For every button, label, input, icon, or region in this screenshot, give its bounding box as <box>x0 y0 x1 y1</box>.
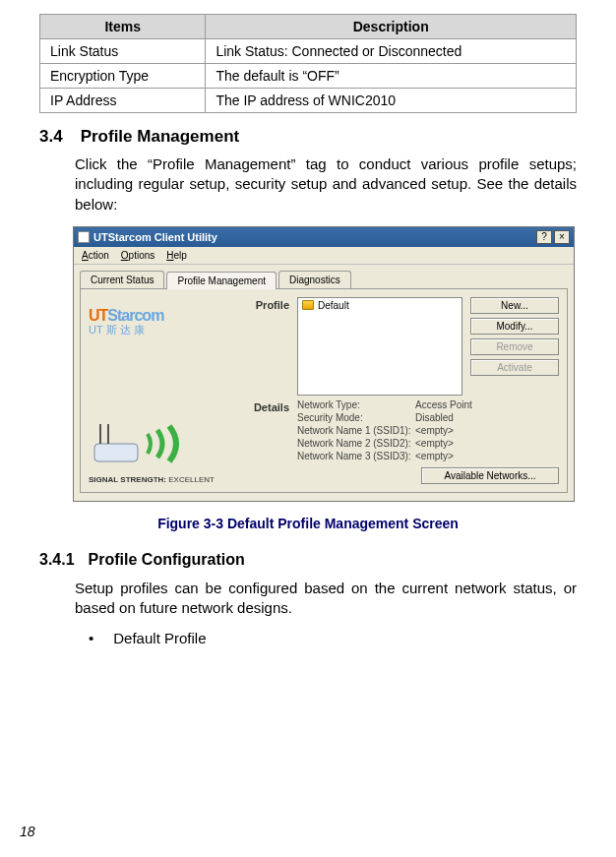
close-button[interactable]: × <box>554 230 570 244</box>
tab-content: UTStarcom UT 斯 达 康 SIGN <box>80 288 568 493</box>
menu-options[interactable]: Options <box>121 250 154 261</box>
detail-ssid3-label: Network Name 3 (SSID3): <box>297 451 415 461</box>
cell-item: IP Address <box>40 89 206 113</box>
logo: UTStarcom UT 斯 达 康 <box>89 307 236 337</box>
section-heading-3-4: 3.4Profile Management <box>39 127 577 147</box>
bullet-list: Default Profile <box>89 630 577 646</box>
profile-name: Default <box>318 300 349 311</box>
tab-bar: Current Status Profile Management Diagno… <box>74 265 574 288</box>
cell-item: Encryption Type <box>40 64 206 89</box>
titlebar: UTStarcom Client Utility ? × <box>74 227 574 247</box>
help-button[interactable]: ? <box>536 230 552 244</box>
app-icon <box>78 231 90 243</box>
profile-listbox[interactable]: Default <box>297 297 462 396</box>
page-number: 18 <box>20 824 35 839</box>
table-header-description: Description <box>206 15 577 39</box>
table-row: Encryption Type The default is “OFF” <box>40 64 577 89</box>
cell-desc: The default is “OFF” <box>206 64 577 89</box>
detail-nt-value: Access Point <box>415 399 504 410</box>
figure-screenshot: UTStarcom Client Utility ? × Action Opti… <box>73 226 577 502</box>
svg-rect-0 <box>94 444 138 461</box>
logo-ut: UT <box>89 307 107 324</box>
items-description-table: Items Description Link Status Link Statu… <box>39 14 577 113</box>
left-pane: UTStarcom UT 斯 达 康 SIGN <box>89 297 236 484</box>
details-grid: Network Type: Access Point Security Mode… <box>297 399 559 461</box>
table-header-items: Items <box>40 15 206 39</box>
signal-label: SIGNAL STRENGTH: <box>89 475 166 484</box>
cell-desc: The IP address of WNIC2010 <box>206 89 577 113</box>
window-title: UTStarcom Client Utility <box>93 231 532 243</box>
signal-strength: SIGNAL STRENGTH: EXCELLENT <box>89 475 236 484</box>
detail-nt-label: Network Type: <box>297 399 415 410</box>
tab-diagnostics[interactable]: Diagnostics <box>278 271 351 288</box>
profile-icon <box>302 300 314 310</box>
table-row: Link Status Link Status: Connected or Di… <box>40 39 577 64</box>
detail-ssid1-value: <empty> <box>415 425 504 436</box>
device-illustration-icon <box>89 410 207 469</box>
detail-ssid2-value: <empty> <box>415 438 504 449</box>
logo-chinese: UT 斯 达 康 <box>89 323 236 337</box>
table-row: IP Address The IP address of WNIC2010 <box>40 89 577 113</box>
cell-item: Link Status <box>40 39 206 64</box>
detail-ssid2-label: Network Name 2 (SSID2): <box>297 438 415 449</box>
tab-current-status[interactable]: Current Status <box>80 271 164 288</box>
profile-label: Profile <box>242 299 289 311</box>
section-title: Profile Management <box>81 127 240 146</box>
section-heading-3-4-1: 3.4.1Profile Configuration <box>39 551 577 569</box>
new-button[interactable]: New... <box>470 297 559 314</box>
cell-desc: Link Status: Connected or Disconnected <box>206 39 577 64</box>
detail-ssid3-value: <empty> <box>415 451 504 461</box>
modify-button[interactable]: Modify... <box>470 318 559 335</box>
subsection-number: 3.4.1 <box>39 551 75 568</box>
section-number: 3.4 <box>39 127 63 146</box>
tab-profile-management[interactable]: Profile Management <box>166 272 277 289</box>
menu-action[interactable]: Action <box>82 250 109 261</box>
right-pane: Profile Default New... Modify... Remove … <box>242 297 559 484</box>
menubar: Action Options Help <box>74 247 574 265</box>
detail-ssid1-label: Network Name 1 (SSID1): <box>297 425 415 436</box>
signal-value: EXCELLENT <box>168 475 215 484</box>
subsection-body: Setup profiles can be configured based o… <box>75 579 577 619</box>
logo-starcom: Starcom <box>107 307 163 324</box>
detail-sm-label: Security Mode: <box>297 412 415 423</box>
activate-button[interactable]: Activate <box>470 359 559 376</box>
profile-list-item[interactable]: Default <box>302 300 458 311</box>
figure-caption: Figure 3-3 Default Profile Management Sc… <box>39 516 577 531</box>
subsection-title: Profile Configuration <box>89 551 245 568</box>
bullet-default-profile: Default Profile <box>89 630 577 646</box>
detail-sm-value: Disabled <box>415 412 504 423</box>
available-networks-button[interactable]: Available Networks... <box>421 467 559 484</box>
details-label: Details <box>242 401 289 413</box>
remove-button[interactable]: Remove <box>470 338 559 355</box>
app-window: UTStarcom Client Utility ? × Action Opti… <box>73 226 575 502</box>
menu-help[interactable]: Help <box>166 250 187 261</box>
section-body: Click the “Profile Management” tag to co… <box>75 154 577 214</box>
